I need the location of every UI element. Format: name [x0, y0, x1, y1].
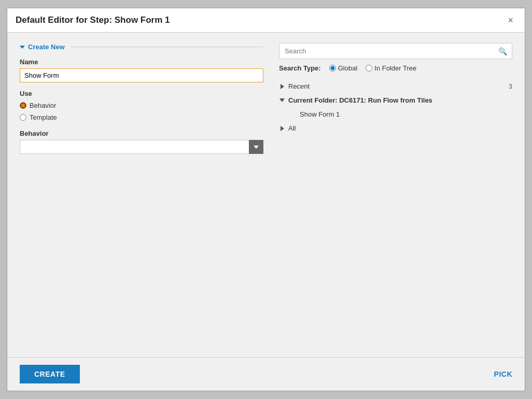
name-label: Name: [20, 58, 263, 66]
tree-row-show-form-1: Show Form 1: [279, 107, 512, 121]
template-radio-label: Template: [30, 113, 57, 121]
template-radio-item[interactable]: Template: [20, 113, 263, 121]
search-wrapper: 🔍: [279, 43, 512, 59]
left-panel: Create New Name Use Behavior Template Be…: [20, 43, 263, 347]
search-input[interactable]: [279, 43, 512, 59]
all-arrow[interactable]: [279, 125, 285, 132]
tree-row-current-folder: Current Folder: DC6171: Run Flow from Ti…: [279, 93, 512, 107]
behavior-dropdown-button[interactable]: [249, 140, 263, 154]
tree-row-all: All: [279, 121, 512, 135]
all-item[interactable]: All: [279, 123, 512, 134]
tree-row-recent: Recent 3: [279, 79, 512, 93]
global-radio[interactable]: [329, 65, 336, 72]
name-input[interactable]: [20, 68, 263, 82]
folder-label: In Folder Tree: [374, 64, 416, 72]
collapse-icon[interactable]: [20, 46, 25, 49]
right-panel: 🔍 Search Type: Global In Folder Tree: [279, 43, 512, 347]
pick-button[interactable]: PICK: [494, 370, 512, 378]
template-radio[interactable]: [20, 114, 26, 121]
section-title-label: Create New: [28, 43, 65, 51]
tree: Recent 3 Current Folder: DC6171: Run Flo…: [279, 79, 512, 135]
search-type-options: Global In Folder Tree: [329, 64, 417, 72]
behavior-input[interactable]: [20, 140, 249, 154]
behavior-radio[interactable]: [20, 102, 26, 109]
search-type-label: Search Type:: [279, 64, 321, 72]
recent-arrow[interactable]: [279, 83, 285, 90]
global-radio-item[interactable]: Global: [329, 64, 358, 72]
folder-radio-item[interactable]: In Folder Tree: [366, 64, 416, 72]
current-folder-item[interactable]: Current Folder: DC6171: Run Flow from Ti…: [279, 95, 512, 106]
recent-label: Recent: [288, 82, 310, 90]
recent-item[interactable]: Recent 3: [279, 81, 512, 92]
search-icon: 🔍: [498, 47, 507, 55]
close-button[interactable]: ×: [505, 15, 516, 26]
recent-count: 3: [509, 82, 512, 90]
dialog-header: Default Editor for Step: Show Form 1 ×: [7, 8, 525, 33]
behavior-radio-item[interactable]: Behavior: [20, 102, 263, 109]
search-type-row: Search Type: Global In Folder Tree: [279, 64, 512, 72]
dialog-title: Default Editor for Step: Show Form 1: [16, 15, 170, 25]
folder-radio[interactable]: [366, 65, 372, 72]
create-new-section: Create New: [20, 43, 263, 51]
dialog-body: Create New Name Use Behavior Template Be…: [7, 33, 525, 357]
show-form-1-item[interactable]: Show Form 1: [279, 109, 512, 120]
current-folder-arrow[interactable]: [279, 97, 285, 104]
use-radio-group: Behavior Template: [20, 102, 263, 121]
dialog-footer: CREATE PICK: [7, 357, 525, 391]
global-label: Global: [338, 64, 358, 72]
behavior-label: Behavior: [20, 130, 263, 137]
current-folder-label: Current Folder: DC6171: Run Flow from Ti…: [288, 96, 432, 104]
dialog: Default Editor for Step: Show Form 1 × C…: [7, 8, 525, 391]
behavior-radio-label: Behavior: [30, 102, 56, 109]
all-label: All: [288, 124, 296, 132]
use-label: Use: [20, 90, 263, 97]
behavior-select-wrapper: [20, 140, 263, 154]
create-button[interactable]: CREATE: [20, 365, 80, 383]
show-form-1-label: Show Form 1: [300, 110, 340, 118]
